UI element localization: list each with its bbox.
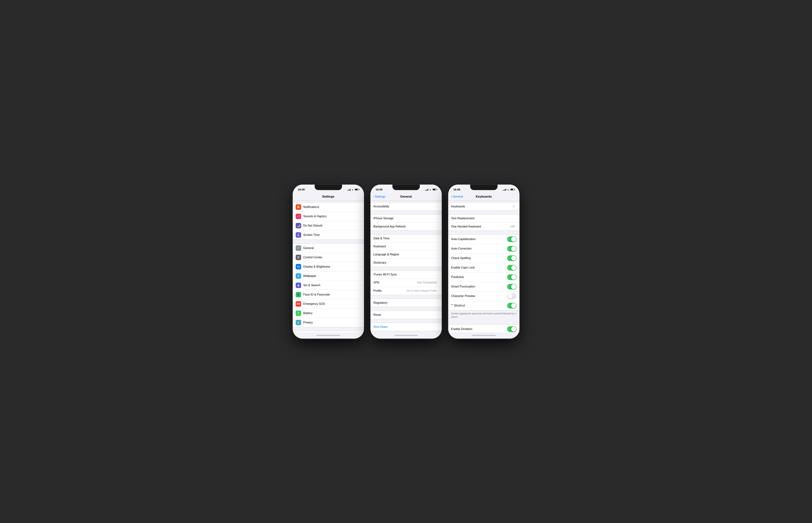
capslock-toggle[interactable]: I: [507, 265, 516, 271]
charpreview-row[interactable]: Character Preview: [448, 291, 519, 301]
group-3-2: Text Replacement › One Handed Keyboard O…: [448, 214, 519, 231]
notch-1: [315, 185, 342, 190]
list-item[interactable]: ⚙️ General ›: [293, 244, 364, 253]
list-item[interactable]: ✋ Privacy ›: [293, 318, 364, 327]
privacy-icon: ✋: [296, 320, 301, 325]
one-handed-row[interactable]: One Handed Keyboard Off ›: [448, 222, 519, 231]
charpreview-label: Character Preview: [451, 294, 507, 298]
list-item[interactable]: SOS Emergency SOS ›: [293, 299, 364, 309]
shortcut-toggle[interactable]: I: [507, 303, 516, 308]
checkspelling-toggle[interactable]: I: [507, 255, 516, 261]
accessibility-label: Accessibility: [373, 205, 438, 208]
iphonestorage-label: iPhone Storage: [373, 217, 438, 220]
list-item[interactable]: A iTunes & App Store ›: [293, 331, 364, 332]
dictation-toggle[interactable]: I: [507, 326, 516, 332]
wifi-icon-3: ▲: [507, 188, 509, 191]
general-label: General: [303, 247, 360, 250]
chevron-icon: ›: [360, 265, 361, 268]
list-item[interactable]: ⌛ Screen Time ›: [293, 230, 364, 239]
faceid-icon: 👤: [296, 292, 301, 297]
time-1: 16:05: [298, 188, 305, 191]
controlcenter-label: Control Center: [303, 256, 360, 259]
list-item[interactable]: VPN Not Connected ›: [371, 279, 442, 287]
section-3-2: Text Replacement › One Handed Keyboard O…: [448, 214, 519, 231]
chevron-icon: ›: [360, 303, 361, 305]
settings-list-2[interactable]: Accessibility › iPhone Storage › Backgro…: [371, 201, 442, 332]
nav-header-2: ‹ Settings General: [371, 193, 442, 201]
predictive-toggle[interactable]: I: [507, 274, 516, 280]
back-button-2[interactable]: ‹ Settings: [373, 195, 386, 198]
list-item[interactable]: Profile iOS 12 Beta Software Profile ›: [371, 287, 442, 295]
smartpunct-toggle[interactable]: I: [507, 284, 516, 289]
section-2-3: Date & Time › Keyboard › Language & Regi…: [371, 234, 442, 267]
battery-label: Battery: [303, 311, 360, 315]
chevron-icon: ›: [516, 217, 516, 220]
autocap-toggle[interactable]: I: [507, 236, 516, 242]
list-item[interactable]: Background App Refresh ›: [371, 222, 442, 231]
text-replacement-row[interactable]: Text Replacement ›: [448, 215, 519, 222]
list-item[interactable]: ◉ Siri & Search ›: [293, 281, 364, 290]
list-item[interactable]: iPhone Storage ›: [371, 215, 442, 222]
smartpunct-row[interactable]: Smart Punctuation I: [448, 282, 519, 291]
keyboards-row[interactable]: Keyboards 2 ›: [448, 202, 519, 211]
list-item[interactable]: Language & Region ›: [371, 251, 442, 259]
list-item[interactable]: ❄ Wallpaper ›: [293, 271, 364, 281]
iphone-3: 16:06 ▲ ‹ General: [448, 185, 519, 339]
autocorrect-toggle[interactable]: I: [507, 246, 516, 252]
shutdown-button[interactable]: Shut Down: [371, 323, 442, 331]
general-icon: ⚙️: [296, 245, 301, 251]
siri-icon: ◉: [296, 283, 301, 288]
checkspelling-row[interactable]: Check Spelling I: [448, 254, 519, 263]
autocap-row[interactable]: Auto-Capitalization I: [448, 235, 519, 244]
section-2-7: Shut Down: [371, 323, 442, 331]
status-icons-2: ▲: [425, 188, 437, 191]
screentime-label: Screen Time: [303, 233, 360, 237]
settings-list-1[interactable]: 🔔 Notifications › 🔊 Sounds & Haptics ›: [293, 201, 364, 332]
notifications-icon: 🔔: [296, 204, 301, 210]
home-indicator-2: [371, 332, 442, 339]
chevron-icon: ›: [360, 205, 361, 209]
list-item[interactable]: Dictionary ›: [371, 259, 442, 267]
vpn-label: VPN: [373, 281, 418, 284]
language-label: Language & Region: [373, 253, 438, 256]
list-item[interactable]: Keyboard ›: [371, 242, 442, 251]
chevron-icon: ›: [360, 256, 361, 259]
group-2-5: Regulatory ›: [371, 299, 442, 307]
iphone-2: 16:05 ▲ ‹ Settings: [371, 185, 442, 339]
chevron-icon: ›: [360, 284, 361, 287]
list-item[interactable]: AA Display & Brightness ›: [293, 262, 364, 271]
shortcut-row[interactable]: "" Shortcut I: [448, 301, 519, 310]
chevron-icon: ›: [360, 293, 361, 296]
list-item[interactable]: 🔔 Notifications ›: [293, 202, 364, 212]
settings-list-3[interactable]: Keyboards 2 › Text Replacement › One Han…: [448, 201, 519, 332]
autocorrect-label: Auto-Correction: [451, 247, 507, 250]
charpreview-toggle[interactable]: [507, 293, 516, 299]
list-item[interactable]: Date & Time ›: [371, 235, 442, 242]
back-label-2: Settings: [375, 195, 386, 198]
capslock-row[interactable]: Enable Caps Lock I: [448, 263, 519, 272]
back-button-3[interactable]: ‹ General: [451, 195, 463, 198]
list-item[interactable]: 🌙 Do Not Disturb ›: [293, 221, 364, 230]
chevron-icon: ›: [438, 217, 439, 220]
list-item[interactable]: Regulatory ›: [371, 299, 442, 307]
battery-icon-setting: 🔋: [296, 310, 301, 316]
list-item[interactable]: 🔋 Battery ›: [293, 309, 364, 318]
list-item[interactable]: 🔊 Sounds & Haptics ›: [293, 212, 364, 221]
list-item[interactable]: Accessibility ›: [371, 202, 442, 211]
list-item[interactable]: iTunes Wi-Fi Sync ›: [371, 271, 442, 279]
backgroundapp-label: Background App Refresh: [373, 225, 438, 228]
iphone-1: 16:05 ▲ Settings: [293, 185, 364, 339]
list-item[interactable]: 👤 Face ID & Passcode ›: [293, 290, 364, 299]
datetime-label: Date & Time: [373, 237, 438, 240]
chevron-icon: ›: [438, 237, 439, 240]
autocorrect-row[interactable]: Auto-Correction I: [448, 244, 519, 254]
list-item[interactable]: Reset ›: [371, 311, 442, 319]
wifi-icon-2: ▲: [429, 188, 431, 191]
list-item[interactable]: ☰ Control Center ›: [293, 253, 364, 262]
chevron-icon: ›: [438, 313, 439, 316]
display-icon: AA: [296, 264, 301, 269]
dictation-row[interactable]: Enable Dictation I: [448, 325, 519, 332]
back-chevron-icon-3: ‹: [451, 195, 452, 198]
predictive-label: Predictive: [451, 275, 507, 279]
predictive-row[interactable]: Predictive I: [448, 272, 519, 282]
